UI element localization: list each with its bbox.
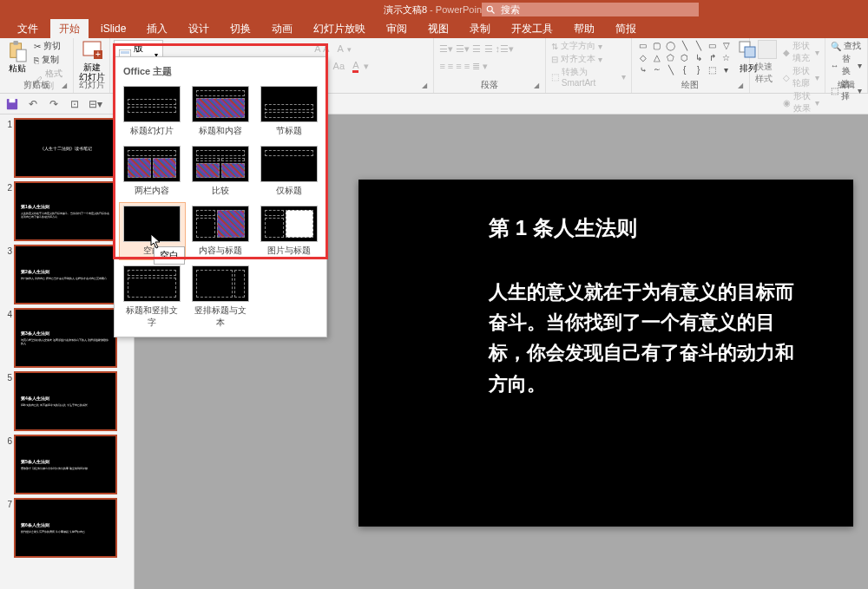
edit-group-label: 编辑 bbox=[825, 79, 867, 91]
new-slide-button[interactable]: + 新建 幻灯片 bbox=[79, 40, 105, 82]
text-direction-button: ⇅文字方向▾ bbox=[551, 40, 626, 52]
group-editing: 🔍查找 ↔替换▾ ⬚选择▾ 编辑 bbox=[825, 38, 868, 93]
save-button[interactable] bbox=[5, 97, 19, 111]
svg-rect-4 bbox=[16, 49, 26, 62]
layout-vertical-title-text[interactable]: 竖排标题与文本 bbox=[188, 263, 253, 331]
thumbnail-4[interactable]: 4第3条人生法则与真心希望你好的人交朋友 远离那些只会拖累你向下的人 选择那些能… bbox=[3, 310, 130, 366]
slide-body[interactable]: 人生的意义就在于为有意义的目标而奋斗。当你找到了一个有意义的目标，你会发现自己有… bbox=[489, 277, 810, 399]
effects-icon: ◉ bbox=[783, 98, 791, 108]
thumbnail-6[interactable]: 6第5条人生法则管教孩子 别让他们做出令你讨厌他们的事 建立规则和界限 bbox=[3, 436, 130, 493]
layout-section-header[interactable]: 节标题 bbox=[256, 83, 321, 140]
more-button[interactable]: ⊟▾ bbox=[89, 97, 102, 111]
group-shape-format: 快速样式 ◆形状填充▾ ◇形状轮廓▾ ◉形状效果▾ bbox=[750, 38, 825, 93]
tab-animation[interactable]: 动画 bbox=[263, 19, 301, 39]
slide-canvas[interactable]: 第 1 条人生法则 人生的意义就在于为有意义的目标而奋斗。当你找到了一个有意义的… bbox=[358, 180, 853, 527]
scissors-icon: ✂ bbox=[34, 42, 41, 51]
group-para-extras: ⇅文字方向▾ ⊟对齐文本▾ ⬚转换为 SmartArt▾ bbox=[546, 38, 632, 93]
layout-title-only[interactable]: 仅标题 bbox=[256, 143, 321, 200]
tab-record[interactable]: 录制 bbox=[461, 19, 499, 39]
paste-icon bbox=[8, 40, 27, 62]
undo-button[interactable]: ↶ bbox=[26, 97, 40, 111]
svg-point-0 bbox=[487, 6, 492, 11]
svg-line-1 bbox=[492, 11, 495, 14]
tab-view[interactable]: 视图 bbox=[419, 19, 457, 39]
play-icon: ⊡ bbox=[70, 98, 79, 110]
find-button[interactable]: 🔍查找 bbox=[831, 40, 862, 52]
tab-slideshow[interactable]: 幻灯片放映 bbox=[305, 19, 374, 39]
shape-gallery[interactable]: ▭▢◯╲╲▭▽ ◇△⬠⬡↳↱☆ ⤷～╲{}⬚▾ bbox=[637, 40, 733, 75]
tab-briefing[interactable]: 简报 bbox=[607, 19, 645, 39]
group-slides: + 新建 幻灯片 幻灯片 bbox=[74, 38, 110, 93]
copy-button[interactable]: ⎘复制 bbox=[34, 54, 68, 66]
svg-rect-9 bbox=[121, 51, 129, 54]
tab-help[interactable]: 帮助 bbox=[565, 19, 603, 39]
svg-text:+: + bbox=[95, 49, 101, 59]
group-drawing: ▭▢◯╲╲▭▽ ◇△⬠⬡↳↱☆ ⤷～╲{}⬚▾ 排列 绘图 ◢ bbox=[632, 38, 750, 93]
ribbon-tabs: 文件 开始 iSlide 插入 设计 切换 动画 幻灯片放映 审阅 视图 录制 … bbox=[0, 19, 868, 38]
layout-title-vertical-text[interactable]: 标题和竖排文字 bbox=[120, 263, 185, 331]
slide-title[interactable]: 第 1 条人生法则 bbox=[489, 214, 827, 242]
shape-fill-button: ◆形状填充▾ bbox=[783, 40, 819, 64]
copy-icon: ⎘ bbox=[34, 56, 39, 65]
document-name: 演示文稿8 bbox=[384, 4, 427, 15]
thumbnail-3[interactable]: 3第2条人生法则待已如待人 善待自己 把自己当作需要帮助的人 这样你才会对自己更… bbox=[3, 246, 130, 303]
font-launcher[interactable]: ◢ bbox=[422, 82, 431, 90]
undo-icon: ↶ bbox=[29, 98, 37, 110]
slides-group-label: 幻灯片 bbox=[74, 79, 109, 91]
shape-outline-button: ◇形状轮廓▾ bbox=[783, 65, 819, 89]
layout-title-slide[interactable]: 标题幻灯片 bbox=[120, 83, 185, 140]
redo-button[interactable]: ↷ bbox=[47, 97, 61, 111]
layout-two-content[interactable]: 两栏内容 bbox=[120, 143, 185, 200]
titlebar: 演示文稿8 - PowerPoint 搜索 bbox=[0, 0, 868, 19]
shape-effects-button: ◉形状效果▾ bbox=[783, 90, 819, 115]
group-clipboard: 粘贴 ✂剪切 ⎘复制 🖌格式刷 剪贴板 ◢ bbox=[0, 38, 74, 93]
tab-design[interactable]: 设计 bbox=[180, 19, 218, 39]
replace-icon: ↔ bbox=[831, 61, 839, 70]
cut-button[interactable]: ✂剪切 bbox=[34, 40, 68, 52]
search-icon bbox=[485, 4, 496, 15]
search-placeholder: 搜索 bbox=[501, 3, 520, 16]
layout-dropdown: Office 主题 标题幻灯片 标题和内容 节标题 两栏内容 比较 仅标题 空白… bbox=[114, 56, 327, 337]
align-text-icon: ⊟ bbox=[551, 55, 558, 64]
group-paragraph: ☰▾ ☰▾ ☰ ☰ ↕☰▾ ≡ ≡ ≡ ≡ ≣ ▾ 段落 ◢ bbox=[434, 38, 545, 93]
more-icon: ⊟▾ bbox=[89, 98, 102, 110]
layout-comparison[interactable]: 比较 bbox=[188, 143, 253, 200]
slideshow-button[interactable]: ⊡ bbox=[68, 97, 82, 111]
para-group-label: 段落 bbox=[434, 79, 544, 91]
quickstyle-button[interactable]: 快速样式 bbox=[755, 40, 779, 115]
draw-group-label: 绘图 bbox=[632, 79, 749, 91]
text-direction-icon: ⇅ bbox=[551, 42, 558, 51]
thumbnail-7[interactable]: 7第6条人生法则批判世界之前先清理你的房间 从小事做起 先整理好自己 bbox=[3, 500, 130, 556]
doc-title: 演示文稿8 - PowerPoint bbox=[384, 3, 484, 16]
smartart-icon: ⬚ bbox=[551, 72, 559, 82]
tab-file[interactable]: 文件 bbox=[9, 19, 47, 39]
layout-picture-caption[interactable]: 图片与标题 bbox=[256, 203, 321, 259]
app-name-sep: - bbox=[427, 4, 436, 15]
paste-button[interactable]: 粘贴 bbox=[5, 40, 29, 82]
app-name: PowerPoint bbox=[436, 4, 484, 15]
thumbnail-1[interactable]: 1《人生十二法则》读书笔记 bbox=[3, 120, 130, 176]
layout-dropdown-header: Office 主题 bbox=[120, 62, 321, 83]
layout-title-content[interactable]: 标题和内容 bbox=[188, 83, 253, 140]
clipboard-launcher[interactable]: ◢ bbox=[62, 82, 70, 90]
quickstyle-icon bbox=[758, 40, 777, 59]
replace-button[interactable]: ↔替换▾ bbox=[831, 53, 862, 77]
tab-islide[interactable]: iSlide bbox=[92, 20, 135, 37]
svg-rect-3 bbox=[13, 41, 18, 45]
tab-review[interactable]: 审阅 bbox=[378, 19, 416, 39]
tab-developer[interactable]: 开发工具 bbox=[503, 19, 562, 39]
tab-insert[interactable]: 插入 bbox=[138, 19, 176, 39]
thumbnail-2[interactable]: 2第1条人生法则人生的意义就在于为有意义的目标而奋斗。当你找到了一个有意义的目标… bbox=[3, 183, 130, 239]
redo-icon: ↷ bbox=[49, 98, 58, 110]
layout-content-caption[interactable]: 内容与标题 bbox=[188, 203, 253, 259]
paste-label: 粘贴 bbox=[9, 62, 26, 75]
svg-rect-13 bbox=[10, 98, 16, 101]
outline-icon: ◇ bbox=[783, 73, 790, 82]
tab-transition[interactable]: 切换 bbox=[221, 19, 260, 39]
para-launcher[interactable]: ◢ bbox=[534, 82, 542, 90]
tab-home[interactable]: 开始 bbox=[50, 19, 89, 39]
draw-launcher[interactable]: ◢ bbox=[738, 82, 746, 90]
thumbnail-5[interactable]: 5第4条人生法则和昨天的自己比 而不是和今天的别人比 专注于自己的成长 bbox=[3, 373, 130, 429]
new-slide-icon: + bbox=[82, 40, 102, 62]
search-box[interactable]: 搜索 bbox=[482, 3, 699, 16]
